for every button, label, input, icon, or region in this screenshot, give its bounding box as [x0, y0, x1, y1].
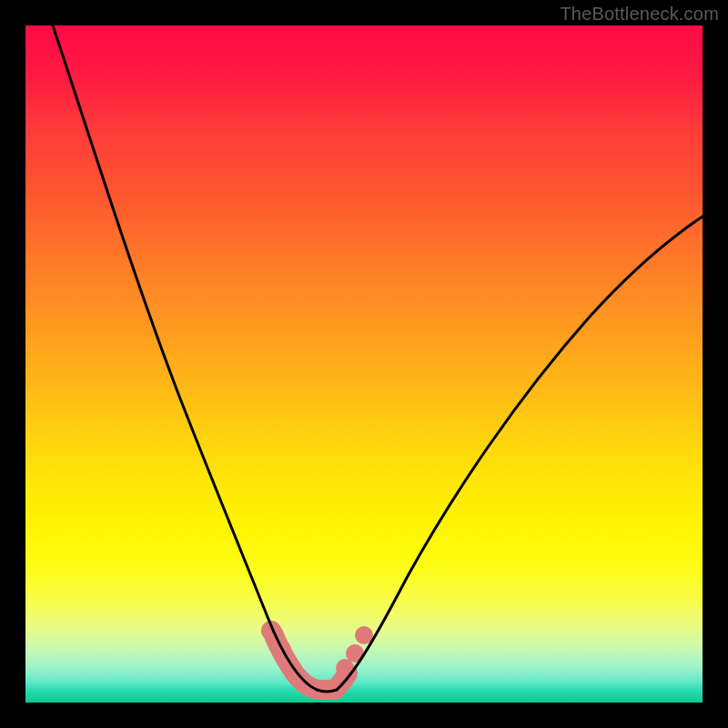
plot-area	[25, 25, 703, 703]
curve-layer	[25, 25, 703, 703]
right-curve	[337, 217, 703, 690]
left-curve	[53, 25, 317, 690]
outer-frame: TheBottleneck.com	[0, 0, 728, 728]
watermark-text: TheBottleneck.com	[560, 4, 719, 25]
